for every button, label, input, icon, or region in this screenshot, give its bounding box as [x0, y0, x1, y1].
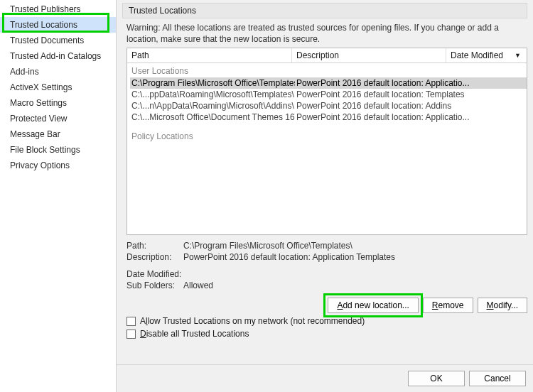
warning-text: Warning: All these locations are treated…: [126, 23, 523, 45]
check-label: Disable all Trusted Locations: [140, 329, 249, 339]
cell-description: PowerPoint 2016 default location: Templa…: [295, 89, 466, 100]
table-row[interactable]: C:\...n\AppData\Roaming\Microsoft\Addins…: [130, 100, 527, 111]
detail-date-label: Date Modified:: [126, 269, 183, 279]
table-row[interactable]: C:\...ppData\Roaming\Microsoft\Templates…: [130, 89, 527, 100]
btn-text: emove: [438, 300, 464, 310]
sidebar-item-trusted-addin-catalogs[interactable]: Trusted Add-in Catalogs: [0, 48, 116, 64]
checkbox-icon[interactable]: [126, 317, 136, 326]
sidebar-item-protected-view[interactable]: Protected View: [0, 111, 116, 126]
sidebar-item-activex-settings[interactable]: ActiveX Settings: [0, 80, 116, 95]
check-label: Allow Trusted Locations on my network (n…: [140, 316, 365, 326]
detail-subfolders-label: Sub Folders:: [126, 281, 183, 290]
group-policy-locations: Policy Locations: [130, 130, 527, 143]
grid-body: User Locations C:\Program Files\Microsof…: [127, 63, 527, 234]
sidebar-item-message-bar[interactable]: Message Bar: [0, 126, 116, 142]
remove-button[interactable]: Remove: [423, 298, 473, 313]
col-header-date-label: Date Modified: [451, 50, 503, 60]
btn-text: odify...: [494, 300, 518, 310]
sidebar-item-trusted-publishers[interactable]: Trusted Publishers: [0, 1, 116, 17]
btn-text: dd new location...: [343, 300, 409, 310]
sidebar-item-privacy-options[interactable]: Privacy Options: [0, 158, 116, 173]
col-header-path[interactable]: Path: [127, 48, 292, 62]
cell-path: C:\...ppData\Roaming\Microsoft\Templates…: [130, 89, 295, 100]
locations-grid[interactable]: Path Description Date Modified ▼ User Lo…: [126, 48, 527, 235]
table-row[interactable]: C:\Program Files\Microsoft Office\Templa…: [130, 77, 527, 89]
section-header: Trusted Locations: [122, 3, 527, 18]
trust-center-dialog: Trusted Publishers Trusted Locations Tru…: [0, 0, 533, 392]
detail-path-label: Path:: [126, 241, 183, 251]
check-allow-network[interactable]: Allow Trusted Locations on my network (n…: [126, 316, 523, 326]
sidebar-item-file-block-settings[interactable]: File Block Settings: [0, 142, 116, 158]
sidebar-item-macro-settings[interactable]: Macro Settings: [0, 95, 116, 111]
add-new-location-button[interactable]: Add new location...: [328, 298, 418, 313]
cell-description: PowerPoint 2016 default location: Applic…: [295, 111, 471, 123]
col-header-description[interactable]: Description: [292, 48, 446, 62]
detail-desc-label: Description:: [126, 252, 183, 262]
grid-header: Path Description Date Modified ▼: [127, 48, 527, 63]
detail-path-value: C:\Program Files\Microsoft Office\Templa…: [183, 241, 352, 251]
cancel-button[interactable]: Cancel: [469, 371, 526, 386]
detail-subfolders-value: Allowed: [183, 281, 213, 290]
col-header-date-modified[interactable]: Date Modified ▼: [446, 48, 527, 62]
group-user-locations: User Locations: [130, 65, 527, 77]
check-disable-all[interactable]: Disable all Trusted Locations: [126, 329, 523, 339]
main-panel: Trusted Locations Warning: All these loc…: [117, 0, 533, 392]
detail-desc-value: PowerPoint 2016 default location: Applic…: [183, 252, 395, 262]
location-details: Path:C:\Program Files\Microsoft Office\T…: [126, 241, 523, 292]
cell-path: C:\...n\AppData\Roaming\Microsoft\Addins…: [130, 100, 295, 111]
location-buttons: Add new location... Remove Modify...: [126, 298, 527, 313]
cell-path: C:\Program Files\Microsoft Office\Templa…: [130, 77, 295, 89]
sidebar-item-add-ins[interactable]: Add-ins: [0, 64, 116, 80]
cell-description: PowerPoint 2016 default location: Addins: [295, 100, 453, 111]
cell-description: PowerPoint 2016 default location: Applic…: [295, 77, 471, 89]
sidebar-item-trusted-documents[interactable]: Trusted Documents: [0, 33, 116, 48]
sidebar: Trusted Publishers Trusted Locations Tru…: [0, 0, 117, 392]
sidebar-item-trusted-locations[interactable]: Trusted Locations: [0, 17, 116, 33]
cell-path: C:\...Microsoft Office\Document Themes 1…: [130, 111, 295, 123]
table-row[interactable]: C:\...Microsoft Office\Document Themes 1…: [130, 111, 527, 123]
dropdown-icon: ▼: [515, 52, 521, 59]
modify-button[interactable]: Modify...: [478, 298, 527, 313]
dialog-footer: OK Cancel: [117, 364, 533, 392]
ok-button[interactable]: OK: [408, 371, 465, 386]
checkbox-icon[interactable]: [126, 330, 136, 339]
